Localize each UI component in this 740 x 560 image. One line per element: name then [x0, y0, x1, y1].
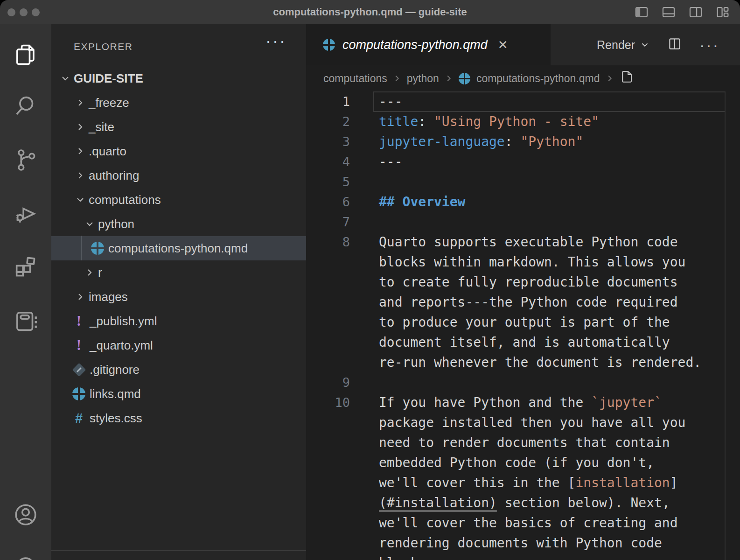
code-row[interactable]: to produce your output is part of the — [306, 312, 740, 332]
code-editor[interactable]: 1---2title: "Using Python - site"3jupyte… — [306, 91, 740, 560]
chevron-right-icon — [75, 121, 86, 133]
tree-item-r[interactable]: r — [51, 260, 306, 285]
toggle-panel-icon[interactable] — [661, 4, 677, 20]
chevron-right-icon — [75, 291, 86, 302]
outline-section-divider — [51, 550, 306, 551]
code-line-content: blocks within markdown. This allows you — [350, 252, 685, 272]
tree-item-guide-site[interactable]: GUIDE-SITE — [51, 66, 306, 91]
code-row[interactable]: we'll cover the basics of creating and — [306, 513, 740, 533]
tree-item-computations-python-qmd[interactable]: computations-python.qmd — [51, 236, 306, 260]
tree-item-label: _freeze — [89, 96, 129, 110]
line-number: 5 — [306, 172, 350, 192]
code-row[interactable]: blocks. — [306, 553, 740, 560]
more-actions-icon[interactable] — [699, 37, 719, 53]
run-and-debug-icon[interactable] — [12, 200, 39, 227]
extensions-icon[interactable] — [12, 254, 39, 281]
render-button[interactable]: Render — [597, 38, 650, 52]
breadcrumb-item[interactable]: computations-python.qmd — [476, 72, 600, 85]
customize-layout-icon[interactable] — [715, 4, 731, 20]
explorer-icon[interactable] — [12, 42, 39, 69]
tree-item-links-qmd[interactable]: links.qmd — [51, 382, 306, 406]
code-row[interactable]: 8Quarto supports executable Python code — [306, 232, 740, 252]
tree-item-label: _quarto.yml — [90, 338, 153, 353]
code-row[interactable]: (#installation) section below). Next, — [306, 493, 740, 513]
tree-item--freeze[interactable]: _freeze — [51, 91, 306, 115]
code-row[interactable]: to create fully reproducible documents — [306, 272, 740, 292]
breadcrumb-separator-icon — [393, 73, 401, 84]
notebook-icon[interactable] — [12, 308, 39, 335]
tree-item-python[interactable]: python — [51, 212, 306, 236]
render-label: Render — [597, 38, 635, 52]
code-line-content: to create fully reproducible documents — [350, 272, 678, 292]
tree-item--site[interactable]: _site — [51, 115, 306, 139]
settings-gear-icon[interactable] — [12, 553, 39, 560]
code-row[interactable]: 10If you have Python and the `jupyter` — [306, 392, 740, 413]
zoom-window-button[interactable] — [32, 8, 40, 16]
tree-item-images[interactable]: images — [51, 285, 306, 309]
line-number — [306, 272, 350, 292]
symbol-file-icon — [620, 70, 634, 87]
tab-computations-python[interactable]: computations-python.qmd — [306, 24, 551, 65]
source-control-icon[interactable] — [12, 147, 39, 174]
code-row[interactable]: 6## Overview — [306, 192, 740, 212]
code-line-content: blocks. — [350, 553, 434, 560]
code-line-content: title: "Using Python - site" — [350, 112, 599, 132]
quarto-file-icon — [91, 242, 104, 255]
traffic-lights — [7, 0, 40, 24]
account-icon[interactable] — [12, 501, 39, 528]
code-row[interactable]: need to render documents that contain — [306, 433, 740, 453]
titlebar: computations-python.qmd — guide-site — [0, 0, 740, 24]
line-number — [306, 513, 350, 533]
tab-bar: computations-python.qmd Render — [306, 24, 740, 65]
code-row[interactable]: 5 — [306, 172, 740, 192]
search-icon[interactable] — [12, 93, 39, 120]
quarto-file-icon — [72, 387, 85, 400]
tree-item-styles-css[interactable]: #styles.css — [51, 406, 306, 430]
code-row[interactable]: 7 — [306, 212, 740, 232]
layout-controls — [634, 0, 731, 24]
line-number: 6 — [306, 192, 350, 212]
explorer-more-actions-icon[interactable] — [265, 33, 286, 49]
code-row[interactable]: 9 — [306, 372, 740, 392]
code-line-content: package installed then you have all you — [350, 413, 685, 433]
code-row[interactable]: embedded Python code (if you don't, — [306, 453, 740, 473]
code-line-content — [350, 212, 379, 232]
tree-item-authoring[interactable]: authoring — [51, 163, 306, 188]
tree-item-label: _publish.yml — [90, 314, 157, 329]
minimize-window-button[interactable] — [20, 8, 28, 16]
code-row[interactable]: 3jupyter-language: "Python" — [306, 132, 740, 152]
tree-item-label: .gitignore — [90, 363, 140, 377]
code-row[interactable]: blocks within markdown. This allows you — [306, 252, 740, 272]
line-number: 3 — [306, 132, 350, 152]
line-number: 7 — [306, 212, 350, 232]
code-row[interactable]: re-run whenever the document is rendered… — [306, 352, 740, 372]
tree-item--quarto-yml[interactable]: !_quarto.yml — [51, 333, 306, 357]
code-row[interactable]: 4--- — [306, 152, 740, 172]
code-row[interactable]: rendering documents with Python code — [306, 533, 740, 553]
line-number — [306, 553, 350, 560]
code-line-content: re-run whenever the document is rendered… — [350, 352, 701, 372]
toggle-sidebar-icon[interactable] — [634, 4, 649, 20]
toggle-secondary-sidebar-icon[interactable] — [688, 4, 704, 20]
tree-item-computations[interactable]: computations — [51, 188, 306, 212]
tree-item--publish-yml[interactable]: !_publish.yml — [51, 309, 306, 333]
split-editor-icon[interactable] — [667, 36, 683, 54]
code-row[interactable]: 1--- — [306, 91, 740, 112]
close-window-button[interactable] — [7, 8, 15, 16]
tree-item-label: authoring — [89, 168, 139, 183]
line-number — [306, 493, 350, 513]
breadcrumb-item[interactable]: computations — [323, 72, 387, 85]
tree-item--gitignore[interactable]: .gitignore — [51, 357, 306, 382]
close-tab-icon[interactable] — [498, 38, 508, 52]
outline-section-header[interactable]: OUTLINE — [51, 553, 306, 560]
breadcrumb-item[interactable]: python — [407, 72, 439, 85]
tree-item--quarto[interactable]: .quarto — [51, 139, 306, 163]
code-row[interactable]: document itself, and is automatically — [306, 332, 740, 352]
code-row[interactable]: and reports---the Python code required — [306, 292, 740, 312]
code-row[interactable]: 2title: "Using Python - site" — [306, 112, 740, 132]
code-line-content: Quarto supports executable Python code — [350, 232, 678, 252]
code-row[interactable]: we'll cover this in the [installation] — [306, 473, 740, 493]
sidebar-title: EXPLORER — [74, 41, 133, 52]
code-row[interactable]: package installed then you have all you — [306, 413, 740, 433]
chevron-down-icon — [84, 218, 95, 230]
